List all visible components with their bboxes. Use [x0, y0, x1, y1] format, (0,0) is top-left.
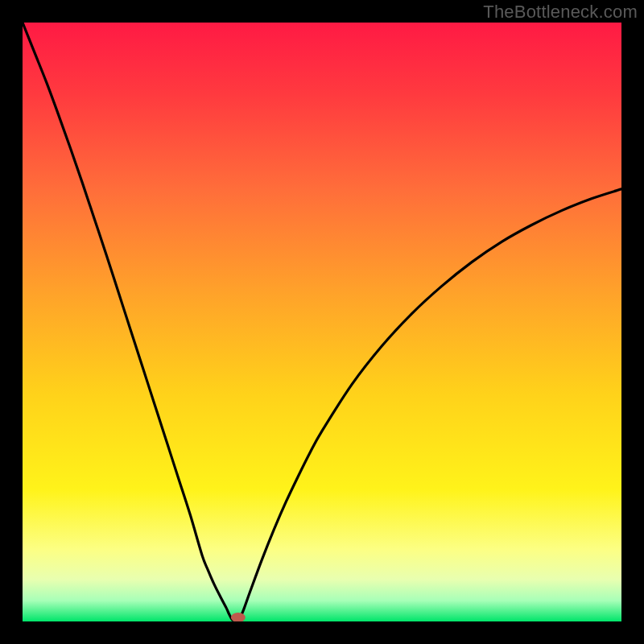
watermark-text: TheBottleneck.com — [483, 2, 638, 23]
chart-stage: TheBottleneck.com — [0, 0, 644, 644]
chart-background — [23, 23, 621, 621]
bottleneck-chart — [23, 23, 621, 621]
